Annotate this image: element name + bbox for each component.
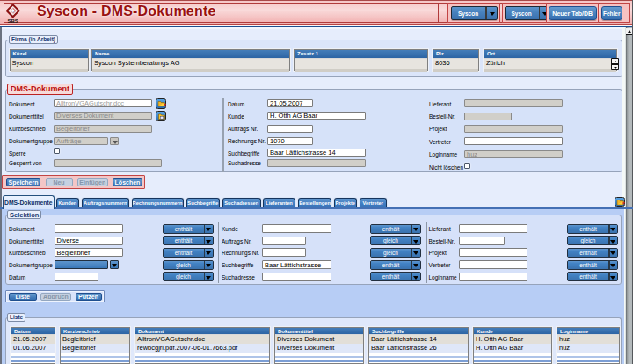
svg-text:SBS: SBS (8, 18, 18, 24)
